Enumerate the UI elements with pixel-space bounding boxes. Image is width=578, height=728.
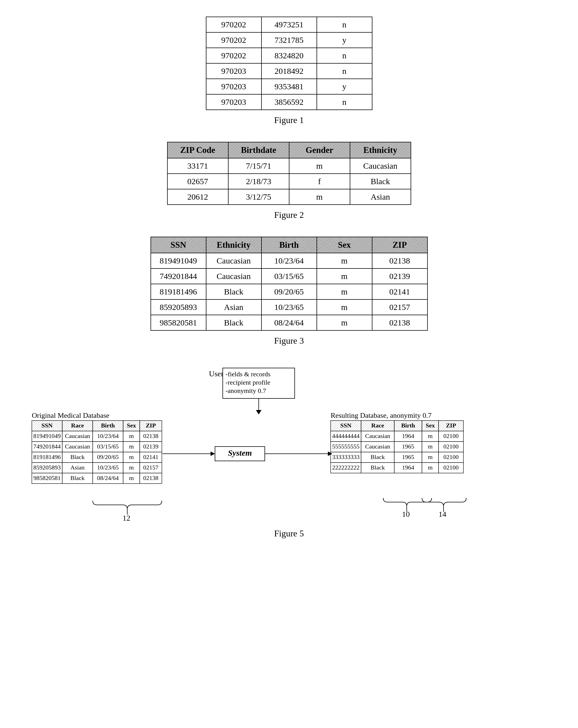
orig-h-zip: ZIP [146, 422, 156, 429]
figure2-section: ZIP CodeBirthdateGenderEthnicity 331717/… [22, 142, 556, 220]
table-row: 9702028324820n [206, 48, 372, 63]
orig-h-ssn: SSN [41, 422, 52, 429]
figure1-label: Figure 1 [274, 115, 304, 125]
table-row: 819491049Caucasian10/23/64m02138 [151, 253, 427, 268]
svg-text:02157: 02157 [143, 464, 158, 471]
brace-12 [93, 501, 162, 509]
svg-text:1965: 1965 [402, 453, 414, 460]
svg-text:985820581: 985820581 [33, 474, 60, 482]
figure5-section: User -fields & records -recipient profil… [22, 362, 556, 539]
user-info-line3: -anonymity 0.7 [226, 387, 266, 394]
svg-text:m: m [129, 443, 134, 450]
figure3-section: SSNEthnicityBirthSexZIP 819491049Caucasi… [22, 237, 556, 346]
table-row: 985820581Black08/24/64m02138 [151, 315, 427, 331]
brace-14 [422, 498, 466, 506]
svg-text:10/23/64: 10/23/64 [97, 433, 119, 439]
svg-text:Asian: Asian [70, 464, 84, 471]
svg-text:m: m [129, 474, 134, 482]
svg-text:m: m [428, 464, 432, 471]
svg-text:10/23/65: 10/23/65 [97, 464, 119, 471]
table-row: 9702032018492n [206, 63, 372, 79]
svg-text:819491049: 819491049 [33, 433, 60, 439]
svg-text:333333333: 333333333 [332, 453, 359, 460]
svg-text:m: m [428, 443, 432, 450]
res-h-zip: ZIP [446, 422, 456, 429]
table-row: 026572/18/73fBlack [168, 174, 411, 189]
table-row: 9702024973251n [206, 17, 372, 32]
svg-text:1965: 1965 [402, 443, 414, 450]
figure2-table: ZIP CodeBirthdateGenderEthnicity 331717/… [167, 142, 411, 205]
table-header-row: ZIP CodeBirthdateGenderEthnicity [168, 142, 411, 158]
page-content: 9702024973251n9702027321785y970202832482… [22, 17, 556, 539]
svg-text:Black: Black [371, 453, 384, 460]
svg-text:222222222: 222222222 [332, 464, 359, 471]
svg-text:Caucasian: Caucasian [65, 433, 90, 439]
annotation-12: 12 [123, 514, 130, 522]
orig-db-label: Original Medical Database [32, 411, 109, 419]
svg-text:1964: 1964 [402, 464, 414, 471]
svg-text:Black: Black [70, 453, 84, 460]
system-label: System [228, 448, 252, 457]
orig-db-rows: 819491049Caucasian10/23/64m0213874920184… [32, 431, 162, 484]
res-h-ssn: SSN [340, 422, 351, 429]
orig-h-sex: Sex [127, 422, 136, 429]
svg-text:m: m [428, 433, 432, 439]
table-row: 819181496Black09/20/65m02141 [151, 284, 427, 300]
svg-text:1964: 1964 [402, 433, 414, 439]
table-row: 859205893Asian10/23/65m02157 [151, 300, 427, 315]
svg-text:02100: 02100 [443, 443, 458, 450]
user-arrow-head [256, 410, 261, 414]
svg-text:Caucasian: Caucasian [65, 443, 90, 450]
table-row: 206123/12/75mAsian [168, 189, 411, 205]
svg-text:m: m [129, 453, 134, 460]
svg-text:09/20/65: 09/20/65 [97, 453, 119, 460]
svg-text:02100: 02100 [443, 453, 458, 460]
svg-text:859205893: 859205893 [33, 464, 60, 471]
svg-text:02138: 02138 [143, 474, 158, 482]
user-info-line1: -fields & records [226, 370, 271, 378]
svg-text:749201844: 749201844 [33, 443, 60, 450]
svg-text:Black: Black [371, 464, 384, 471]
res-h-sex: Sex [426, 422, 435, 429]
svg-text:Caucasian: Caucasian [365, 433, 390, 439]
figure3-label: Figure 3 [274, 336, 304, 346]
svg-text:555555555: 555555555 [332, 443, 359, 450]
svg-text:02138: 02138 [143, 433, 158, 439]
user-info-line2: -recipient profile [226, 379, 270, 386]
svg-text:02139: 02139 [143, 443, 158, 450]
svg-text:03/15/65: 03/15/65 [97, 443, 119, 450]
svg-text:m: m [428, 453, 432, 460]
result-db-rows: 444444444Caucasian1964m02100555555555Cau… [331, 431, 463, 473]
orig-h-birth: Birth [101, 422, 115, 429]
svg-text:Black: Black [70, 474, 84, 482]
svg-text:m: m [129, 464, 134, 471]
result-db-label: Resulting Database, anonymity 0.7 [331, 411, 432, 419]
figure1-table: 9702024973251n9702027321785y970202832482… [206, 17, 372, 110]
figure2-label: Figure 2 [274, 210, 304, 220]
svg-text:02100: 02100 [443, 433, 458, 439]
svg-text:Caucasian: Caucasian [365, 443, 390, 450]
res-h-birth: Birth [401, 422, 415, 429]
user-label: User [209, 369, 224, 378]
figure1-section: 9702024973251n9702027321785y970202832482… [22, 17, 556, 125]
table-row: 9702027321785y [206, 32, 372, 48]
arrow-to-system-head [210, 451, 215, 456]
svg-text:819181496: 819181496 [33, 453, 60, 460]
figure5-label: Figure 5 [274, 528, 304, 539]
figure5-diagram: User -fields & records -recipient profil… [26, 362, 552, 523]
table-header-row: SSNEthnicityBirthSexZIP [151, 237, 427, 253]
svg-text:02100: 02100 [443, 464, 458, 471]
table-row: 9702033856592n [206, 94, 372, 110]
orig-h-race: Race [71, 422, 84, 429]
table-row: 9702039353481y [206, 79, 372, 94]
annotation-14: 14 [438, 510, 446, 518]
svg-text:444444444: 444444444 [332, 433, 359, 439]
annotation-10: 10 [402, 510, 410, 518]
figure3-table: SSNEthnicityBirthSexZIP 819491049Caucasi… [151, 237, 428, 331]
svg-text:08/24/64: 08/24/64 [97, 474, 119, 482]
svg-text:02141: 02141 [143, 453, 158, 460]
svg-text:m: m [129, 433, 134, 439]
table-row: 331717/15/71mCaucasian [168, 158, 411, 174]
table-row: 749201844Caucasian03/15/65m02139 [151, 268, 427, 284]
res-h-race: Race [371, 422, 384, 429]
